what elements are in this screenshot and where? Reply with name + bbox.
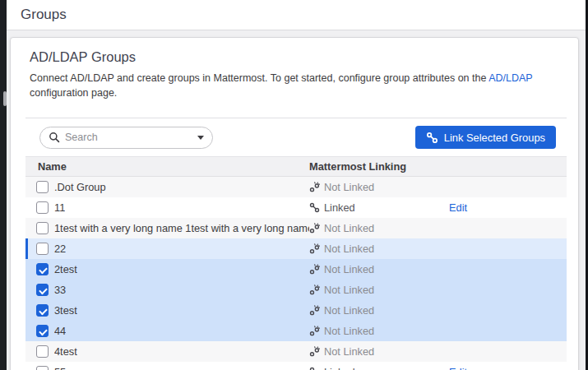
linking-cell: Not Linked bbox=[309, 304, 449, 317]
unlinked-icon bbox=[309, 182, 320, 192]
linked-icon bbox=[309, 202, 320, 213]
table-row[interactable]: 22 Not Linked bbox=[25, 238, 567, 259]
group-name: 3test bbox=[54, 304, 77, 317]
group-name: 1test with a very long name 1test with a… bbox=[54, 222, 309, 234]
row-checkbox[interactable] bbox=[36, 181, 49, 193]
row-checkbox[interactable] bbox=[36, 366, 49, 370]
description-text-suffix: configuration page. bbox=[30, 87, 117, 99]
unlinked-icon bbox=[309, 326, 320, 336]
group-name: 2test bbox=[54, 263, 77, 275]
linking-cell: Linked bbox=[309, 366, 449, 370]
linking-cell: Not Linked bbox=[309, 284, 449, 296]
edit-link[interactable]: Edit bbox=[449, 201, 467, 214]
group-name: 55 bbox=[54, 366, 66, 370]
actions-cell: Edit bbox=[449, 201, 567, 214]
group-name: .Dot Group bbox=[54, 181, 106, 193]
name-cell: 11 bbox=[25, 201, 309, 214]
name-cell: 33 bbox=[25, 284, 309, 296]
table-row[interactable]: 44 Not Linked bbox=[25, 321, 567, 341]
row-checkbox[interactable] bbox=[36, 263, 49, 275]
name-cell: 2test bbox=[25, 263, 309, 275]
linking-status: Linked bbox=[324, 201, 355, 214]
search-filter-caret-icon[interactable] bbox=[197, 136, 204, 140]
linking-status: Not Linked bbox=[324, 304, 374, 317]
unlinked-icon bbox=[309, 264, 320, 275]
table-row[interactable]: 2test Not Linked bbox=[25, 259, 567, 280]
groups-panel: Link Selected Groups Name Mattermost Lin… bbox=[25, 118, 567, 370]
table-row[interactable]: 4test Not Linked bbox=[25, 341, 567, 362]
linking-status: Not Linked bbox=[324, 181, 374, 193]
linking-status: Linked bbox=[324, 366, 355, 370]
group-name: 11 bbox=[54, 201, 65, 214]
unlinked-icon bbox=[309, 284, 320, 295]
table-row[interactable]: 3test Not Linked bbox=[25, 300, 567, 321]
group-name: 44 bbox=[54, 325, 66, 337]
linking-status: Not Linked bbox=[324, 222, 374, 234]
table-row[interactable]: 1test with a very long name 1test with a… bbox=[25, 218, 567, 238]
linking-status: Not Linked bbox=[324, 263, 374, 275]
table-row[interactable]: 33 Not Linked bbox=[25, 280, 567, 300]
name-cell: 3test bbox=[25, 304, 309, 317]
row-checkbox[interactable] bbox=[36, 243, 49, 255]
group-name: 33 bbox=[54, 284, 66, 296]
linking-cell: Not Linked bbox=[309, 325, 449, 337]
name-cell: .Dot Group bbox=[25, 181, 309, 193]
groups-toolbar: Link Selected Groups bbox=[25, 118, 567, 156]
unlinked-icon bbox=[309, 243, 320, 254]
row-checkbox[interactable] bbox=[36, 325, 49, 337]
column-header-name: Name bbox=[25, 160, 309, 173]
linking-status: Not Linked bbox=[324, 345, 374, 358]
linking-status: Not Linked bbox=[324, 325, 374, 337]
table-row[interactable]: .Dot Group Not Linked bbox=[25, 177, 567, 197]
linking-cell: Not Linked bbox=[309, 263, 449, 275]
unlinked-icon bbox=[309, 346, 320, 357]
group-name: 4test bbox=[54, 345, 77, 358]
linked-icon bbox=[309, 367, 320, 370]
table-header: Name Mattermost Linking bbox=[25, 156, 567, 177]
row-checkbox[interactable] bbox=[36, 345, 49, 358]
description-text: Connect AD/LDAP and create groups in Mat… bbox=[30, 72, 488, 84]
linking-cell: Not Linked bbox=[309, 345, 449, 358]
column-header-linking: Mattermost Linking bbox=[309, 160, 449, 173]
edit-link[interactable]: Edit bbox=[449, 366, 467, 370]
search-icon bbox=[49, 132, 60, 143]
row-checkbox[interactable] bbox=[36, 284, 49, 296]
adldap-groups-card: AD/LDAP Groups Connect AD/LDAP and creat… bbox=[10, 37, 579, 370]
linking-cell: Not Linked bbox=[309, 222, 449, 234]
row-checkbox[interactable] bbox=[36, 201, 49, 214]
table-body: .Dot Group Not Linked 11 Linked bbox=[25, 177, 567, 370]
actions-cell: Edit bbox=[449, 366, 567, 370]
name-cell: 44 bbox=[25, 325, 309, 337]
name-cell: 55 bbox=[25, 366, 309, 370]
adldap-config-link[interactable]: AD/LDAP bbox=[488, 72, 532, 84]
table-row[interactable]: 55 Linked Edit bbox=[25, 362, 567, 370]
card-description: Connect AD/LDAP and create groups in Mat… bbox=[30, 71, 559, 100]
name-cell: 1test with a very long name 1test with a… bbox=[25, 222, 309, 234]
page-title: Groups bbox=[21, 7, 67, 23]
table-row[interactable]: 11 Linked Edit bbox=[25, 197, 567, 218]
linking-cell: Linked bbox=[309, 201, 449, 214]
name-cell: 4test bbox=[25, 345, 309, 358]
link-selected-groups-button[interactable]: Link Selected Groups bbox=[415, 126, 556, 149]
page-header: Groups bbox=[7, 0, 586, 30]
search-box[interactable] bbox=[39, 127, 213, 149]
search-input[interactable] bbox=[65, 132, 192, 143]
link-button-label: Link Selected Groups bbox=[444, 132, 545, 144]
row-checkbox[interactable] bbox=[36, 304, 49, 317]
linking-status: Not Linked bbox=[324, 243, 374, 255]
card-title: AD/LDAP Groups bbox=[30, 49, 559, 65]
linking-cell: Not Linked bbox=[309, 243, 449, 255]
name-cell: 22 bbox=[25, 243, 309, 255]
chain-link-icon bbox=[426, 132, 438, 144]
linking-status: Not Linked bbox=[324, 284, 374, 296]
unlinked-icon bbox=[309, 223, 320, 234]
linking-cell: Not Linked bbox=[309, 181, 449, 193]
unlinked-icon bbox=[309, 305, 320, 316]
row-checkbox[interactable] bbox=[36, 222, 49, 234]
group-name: 22 bbox=[54, 243, 66, 255]
sidebar-edge bbox=[0, 0, 7, 370]
sidebar-scrollbar-handle[interactable] bbox=[3, 91, 7, 106]
